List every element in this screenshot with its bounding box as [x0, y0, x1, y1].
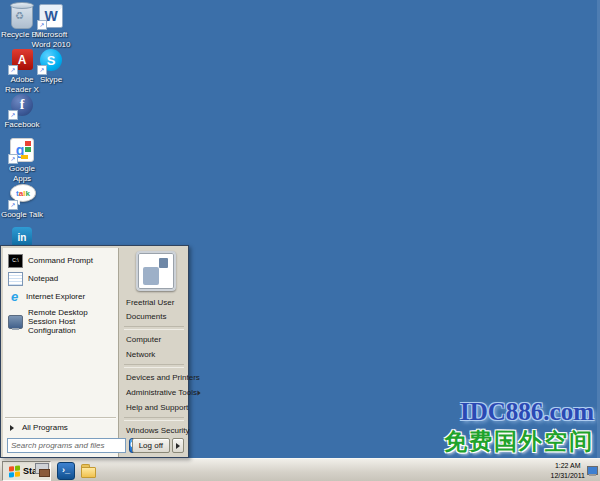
desktop-icon-google-talk[interactable]: talk ↗ Google Talk	[0, 182, 44, 220]
system-tray: 1:22 AM 12/31/2011	[550, 460, 598, 481]
shortcut-arrow-icon: ↗	[8, 200, 18, 210]
windows-flag-icon	[9, 465, 20, 477]
remote-desktop-icon	[8, 315, 23, 329]
desktop-icon-label: Facebook	[0, 120, 44, 130]
internet-explorer-icon: e	[8, 291, 21, 303]
server-manager-icon[interactable]	[34, 462, 50, 478]
shortcut-arrow-icon: ↗	[8, 154, 18, 164]
watermark-site-text: IDC886.com	[460, 398, 594, 426]
desktop: Recycle Bin W ↗ Microsoft Word 2010 A ↗ …	[0, 0, 600, 481]
menu-item-notepad[interactable]: Notepad	[3, 270, 118, 288]
watermark-chinese-text: 免费国外空间	[444, 426, 594, 457]
desktop-icon-facebook[interactable]: f ↗ Facebook	[0, 94, 44, 130]
menu-separator	[124, 326, 184, 330]
menu-item-network[interactable]: Network	[120, 347, 188, 362]
menu-item-administrative-tools[interactable]: Administrative Tools	[120, 385, 188, 400]
powershell-icon[interactable]: ›_	[57, 462, 75, 480]
menu-item-help-and-support[interactable]: Help and Support	[120, 400, 188, 415]
menu-item-documents[interactable]: Documents	[120, 309, 188, 324]
clock-time: 1:22 AM	[550, 461, 585, 470]
shortcut-arrow-icon: ↗	[37, 65, 47, 75]
desktop-icon-label: Google Talk	[0, 210, 44, 220]
logoff-arrow-icon	[176, 443, 180, 449]
log-off-button[interactable]: Log off	[132, 438, 170, 453]
taskbar: Start ›_ 1:22 AM 12/31/2011	[0, 458, 600, 481]
submenu-arrow-icon	[197, 390, 200, 395]
search-input[interactable]	[7, 438, 126, 453]
user-name[interactable]: Freetrial User	[120, 295, 188, 309]
desktop-icon-skype[interactable]: S ↗ Skype	[29, 49, 73, 85]
taskbar-clock[interactable]: 1:22 AM 12/31/2011	[550, 461, 585, 479]
all-programs-item[interactable]: All Programs	[3, 419, 118, 436]
menu-item-windows-security[interactable]: Windows Security	[120, 423, 188, 438]
menu-item-command-prompt[interactable]: C:\ Command Prompt	[3, 252, 118, 270]
menu-item-devices-and-printers[interactable]: Devices and Printers	[120, 370, 188, 385]
logoff-row: Log off	[132, 438, 184, 453]
menu-item-computer[interactable]: Computer	[120, 332, 188, 347]
notepad-icon	[8, 272, 23, 286]
windows-explorer-icon[interactable]	[80, 462, 96, 478]
command-prompt-icon: C:\	[8, 254, 23, 268]
expand-arrow-icon	[10, 425, 14, 431]
desktop-icon-label: Microsoft Word 2010	[29, 30, 73, 49]
network-tray-icon[interactable]	[587, 466, 598, 476]
search-row	[3, 436, 118, 457]
log-off-options-button[interactable]	[172, 438, 184, 453]
clock-date: 12/31/2011	[550, 471, 585, 480]
desktop-icon-google-apps[interactable]: g ↗ Google Apps	[0, 138, 44, 183]
menu-separator	[124, 417, 184, 421]
desktop-icon-label: Google Apps	[0, 164, 44, 183]
linkedin-icon: in	[12, 227, 32, 247]
menu-item-remote-desktop-config[interactable]: Remote Desktop Session Host Configuratio…	[3, 306, 118, 338]
desktop-icon-label: Skype	[29, 75, 73, 85]
menu-separator	[124, 364, 184, 368]
user-avatar[interactable]	[136, 251, 176, 291]
shortcut-arrow-icon: ↗	[8, 65, 18, 75]
shortcut-arrow-icon: ↗	[37, 20, 47, 30]
start-menu-right-panel: Freetrial User Documents Computer Networ…	[120, 248, 188, 442]
shortcut-arrow-icon: ↗	[8, 110, 18, 120]
desktop-icon-word[interactable]: W ↗ Microsoft Word 2010	[29, 4, 73, 49]
start-menu-left-panel: C:\ Command Prompt Notepad e Internet Ex…	[3, 248, 119, 457]
menu-item-internet-explorer[interactable]: e Internet Explorer	[3, 288, 118, 306]
start-menu: C:\ Command Prompt Notepad e Internet Ex…	[0, 245, 189, 458]
